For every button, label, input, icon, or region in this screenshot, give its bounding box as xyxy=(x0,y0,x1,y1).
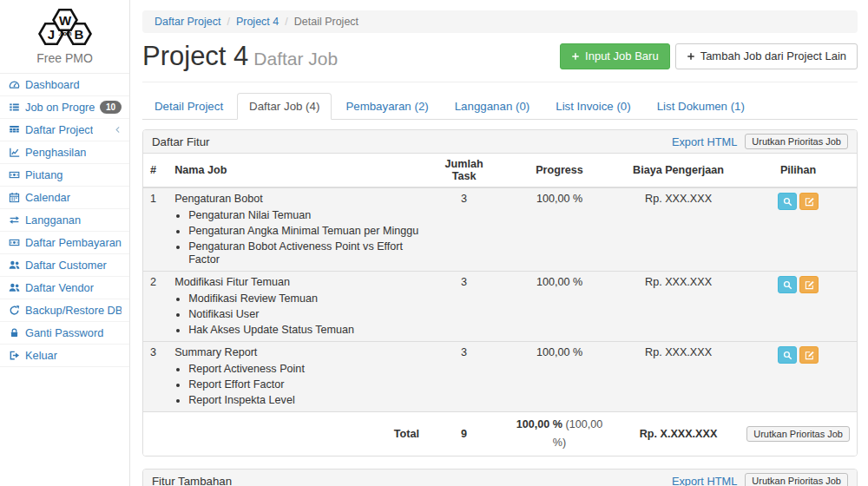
logo-dot-com: .com xyxy=(58,30,71,36)
row-number: 3 xyxy=(143,342,168,412)
sidebar-item-label: Dashboard xyxy=(25,78,80,91)
subtask-item: Report Activeness Point xyxy=(188,363,419,376)
jumlah-task-value: 3 xyxy=(426,272,502,342)
users-icon xyxy=(8,282,20,294)
page-header: Project 4Daftar Job Input Job BaruTambah… xyxy=(142,40,858,82)
tab-list-dokumen-1[interactable]: List Dokumen (1) xyxy=(645,93,757,120)
edit-button[interactable] xyxy=(799,193,819,210)
tab-langganan-0[interactable]: Langganan (0) xyxy=(443,93,542,120)
refresh-icon xyxy=(8,305,20,317)
edit-button[interactable] xyxy=(799,276,819,293)
sidebar-item-label: Daftar Project xyxy=(25,123,93,136)
sidebar-item-daftar-customer[interactable]: Daftar Customer xyxy=(0,254,129,277)
edit-icon xyxy=(805,280,814,290)
calendar-icon xyxy=(8,192,20,204)
page-title: Project 4Daftar Job xyxy=(142,42,338,71)
progress-value: 100,00 % xyxy=(502,342,617,412)
app-name: Free PMO xyxy=(0,51,129,65)
subtask-list: Modifikasi Review TemuanNotifikasi UserH… xyxy=(174,292,419,337)
search-button[interactable] xyxy=(778,276,797,293)
sidebar-item-dashboard[interactable]: Dashboard xyxy=(0,74,129,96)
money-icon xyxy=(8,237,20,249)
sidebar-item-daftar-vendor[interactable]: Daftar Vendor xyxy=(0,277,129,299)
row-actions xyxy=(740,342,857,412)
subtask-item: Modifikasi Review Temuan xyxy=(188,292,419,305)
sidebar-item-piutang[interactable]: Piutang xyxy=(0,164,129,187)
tab-list-invoice-0[interactable]: List Invoice (0) xyxy=(543,93,642,120)
total-spacer xyxy=(143,412,168,456)
input-job-baru-button[interactable]: Input Job Baru xyxy=(560,43,670,69)
jobs-table: #Nama JobJumlah TaskProgressBiaya Penger… xyxy=(143,154,857,456)
sidebar-item-job-on-progress[interactable]: Job on Progress10 xyxy=(0,96,129,119)
button-label: Input Job Baru xyxy=(585,49,659,63)
tab-detail-project[interactable]: Detail Project xyxy=(142,93,235,120)
tab-daftar-job-4[interactable]: Daftar Job (4) xyxy=(237,93,332,120)
subtask-item: Report Inspekta Level xyxy=(188,394,419,407)
edit-icon xyxy=(805,351,814,360)
search-icon xyxy=(783,351,792,360)
search-button[interactable] xyxy=(778,346,797,364)
job-name: Pengaturan Bobot xyxy=(174,193,419,206)
export-html-link[interactable]: Export HTML xyxy=(672,475,737,486)
sidebar-item-calendar[interactable]: Calendar xyxy=(0,187,129,209)
sidebar-item-penghasilan[interactable]: Penghasilan xyxy=(0,141,129,164)
subtask-item: Hak Akses Update Status Temuan xyxy=(188,324,419,337)
tab-pembayaran-2[interactable]: Pembayaran (2) xyxy=(333,93,440,120)
biaya-value: Rp. XXX.XXX xyxy=(617,187,740,272)
urutkan-prioritas-job-button[interactable]: Urutkan Prioritas Job xyxy=(745,134,848,149)
tambah-job-dari-project-lain-button[interactable]: Tambah Job dari Project Lain xyxy=(675,43,858,69)
column-header-no: # xyxy=(143,154,168,187)
panel-fitur-tambahan: Fitur TambahanExport HTMLUrutkan Priorit… xyxy=(142,469,858,486)
header-buttons: Input Job BaruTambah Job dari Project La… xyxy=(560,43,858,69)
sidebar-item-daftar-pembayaran[interactable]: Daftar Pembayaran xyxy=(0,232,129,254)
panel-daftar-fitur: Daftar FiturExport HTMLUrutkan Prioritas… xyxy=(142,129,858,456)
progress-value: 100,00 % xyxy=(502,187,617,272)
column-header-nama-job: Nama Job xyxy=(168,154,426,187)
table-icon xyxy=(8,124,20,136)
sidebar-item-langganan[interactable]: Langganan xyxy=(0,209,129,232)
chevron-left-icon xyxy=(114,126,122,134)
column-header-progress: Progress xyxy=(502,154,617,187)
count-badge: 10 xyxy=(100,101,122,114)
subtask-item: Pengaturan Angka Minimal Temuan per Ming… xyxy=(188,225,419,238)
table-row: 3Summary ReportReport Activeness PointRe… xyxy=(143,342,857,412)
tab-bar: Detail ProjectDaftar Job (4)Pembayaran (… xyxy=(142,93,858,120)
search-button[interactable] xyxy=(778,193,797,210)
breadcrumb: Daftar Project/Project 4/Detail Project xyxy=(142,10,858,33)
chart-icon xyxy=(8,147,20,159)
search-icon xyxy=(783,197,792,207)
urutkan-prioritas-job-button[interactable]: Urutkan Prioritas Job xyxy=(746,426,850,442)
panel-title: Fitur Tambahan xyxy=(152,475,232,486)
sidebar-item-keluar[interactable]: Keluar xyxy=(0,345,129,367)
sidebar-item-daftar-project[interactable]: Daftar Project xyxy=(0,119,129,141)
panel-heading-actions: Export HTMLUrutkan Prioritas Job xyxy=(672,473,848,486)
subtask-item: Report Effort Factor xyxy=(188,378,419,391)
subtask-item: Notifikasi User xyxy=(188,308,419,321)
row-actions xyxy=(740,187,857,272)
panel-heading: Fitur TambahanExport HTMLUrutkan Priorit… xyxy=(143,470,857,486)
subtask-list: Report Activeness PointReport Effort Fac… xyxy=(174,363,419,407)
row-number: 2 xyxy=(143,272,168,342)
jumlah-task-value: 3 xyxy=(426,187,502,272)
export-html-link[interactable]: Export HTML xyxy=(672,135,737,148)
breadcrumb-item-daftar-project[interactable]: Daftar Project xyxy=(155,16,220,28)
breadcrumb-item-project-4[interactable]: Project 4 xyxy=(236,16,279,28)
button-label: Tambah Job dari Project Lain xyxy=(700,49,846,63)
sidebar-item-backup-restore-db[interactable]: Backup/Restore DB xyxy=(0,299,129,322)
table-row: 1Pengaturan BobotPengaturan Nilai Temuan… xyxy=(143,187,857,272)
edit-button[interactable] xyxy=(799,346,819,364)
urutkan-prioritas-job-button[interactable]: Urutkan Prioritas Job xyxy=(745,473,848,486)
total-cost: Rp. X.XXX.XXX xyxy=(617,412,740,456)
total-tasks: 9 xyxy=(426,412,502,456)
panel-title: Daftar Fitur xyxy=(152,135,210,148)
money-icon xyxy=(8,169,20,181)
subtask-item: Pengaturan Nilai Temuan xyxy=(188,209,419,222)
sidebar-item-label: Penghasilan xyxy=(25,146,86,159)
panel-heading: Daftar FiturExport HTMLUrutkan Prioritas… xyxy=(143,130,857,154)
panel-heading-actions: Export HTMLUrutkan Prioritas Job xyxy=(672,134,848,149)
sidebar-item-ganti-password[interactable]: Ganti Password xyxy=(0,322,129,345)
sidebar-item-label: Daftar Customer xyxy=(25,259,107,272)
edit-icon xyxy=(805,197,814,207)
column-header-biaya-pengerjaan: Biaya Pengerjaan xyxy=(617,154,740,187)
dashboard-icon xyxy=(8,79,20,91)
